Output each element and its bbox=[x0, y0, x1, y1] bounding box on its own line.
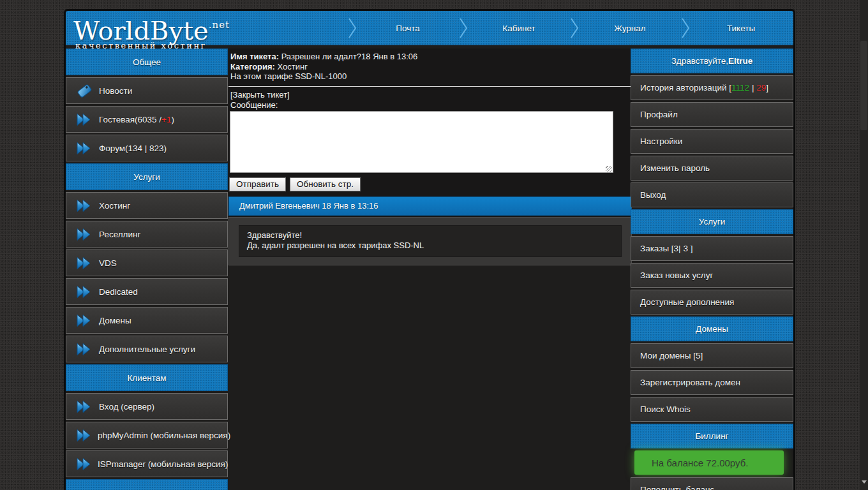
nav-tab-mail[interactable]: Почта bbox=[357, 11, 459, 45]
sidebar-item-my-domains[interactable]: Мои домены [5] bbox=[631, 343, 793, 368]
ticket-note: На этом тарифе SSD-NL-1000 bbox=[230, 71, 629, 82]
logo-suffix: .net bbox=[209, 19, 230, 31]
scrollbar[interactable] bbox=[860, 0, 868, 490]
sidebar-item-server-login[interactable]: Вход (сервер) bbox=[66, 393, 228, 420]
fast-forward-icon bbox=[76, 285, 95, 299]
label-segment: Eltrue bbox=[728, 56, 752, 66]
nav-tab-cabinet[interactable]: Кабинет bbox=[468, 11, 570, 45]
section-header-billing: Биллинг bbox=[631, 424, 793, 449]
sidebar-item-label: Dedicated bbox=[99, 287, 138, 297]
tag-icon bbox=[76, 82, 95, 99]
site-header: WorldByte.net качественный хостинг Почта… bbox=[66, 11, 793, 45]
balance-label: На балансе 72.00руб. bbox=[652, 457, 748, 468]
sidebar-item-label: Изменить пароль bbox=[640, 163, 710, 173]
chevron-right-icon bbox=[570, 11, 579, 45]
reply-panel: Здравствуйте!Да, адалт разрешен на всех … bbox=[228, 217, 632, 265]
sidebar-item-label: ISPmanager (мобильная версия) bbox=[98, 459, 228, 469]
fast-forward-icon bbox=[76, 313, 95, 328]
left-sidebar: ОбщееНовостиГостевая(6035 /+1)Форум(134 … bbox=[66, 48, 228, 490]
nav-tab-label: Журнал bbox=[614, 24, 645, 33]
sidebar-item-orders[interactable]: Заказы [3| 3 ] bbox=[631, 236, 793, 261]
ticket-category-value: Хостинг bbox=[275, 62, 308, 71]
label-segment: Заказы [3| 3 ] bbox=[640, 244, 692, 253]
nav-tab-label: Тикеты bbox=[727, 24, 755, 33]
sidebar-item-logout[interactable]: Выход bbox=[631, 182, 793, 207]
ticket-name-line: Имя тикета: Разрешен ли адалт?18 Янв в 1… bbox=[230, 52, 629, 62]
sidebar-item-whois-search[interactable]: Поиск Whois bbox=[631, 397, 793, 422]
fast-forward-icon bbox=[76, 256, 95, 271]
section-header-general: Общее bbox=[66, 48, 228, 75]
nav-tab-label: Почта bbox=[396, 24, 420, 33]
fast-forward-icon bbox=[76, 198, 95, 213]
sidebar-item-label: Хостинг bbox=[99, 201, 130, 211]
sidebar-item-label: Форум(134 | 823) bbox=[99, 144, 167, 153]
page-background: { "header": { "logo_text": "WorldByte", … bbox=[0, 0, 868, 490]
sidebar-item-forum[interactable]: Форум(134 | 823) bbox=[66, 135, 228, 161]
chevron-right-icon bbox=[459, 11, 468, 45]
label-segment: История авторизаций [ bbox=[640, 83, 731, 93]
section-header-label: Домены bbox=[696, 324, 728, 334]
fast-forward-icon bbox=[76, 112, 95, 127]
ticket-category-line: Категория: Хостинг bbox=[230, 62, 629, 72]
balance-badge: На балансе 72.00руб. bbox=[634, 450, 784, 475]
sidebar-item-domains[interactable]: Домены bbox=[66, 307, 228, 334]
label-segment: Хостинг bbox=[99, 201, 130, 211]
fast-forward-icon bbox=[76, 141, 95, 156]
sidebar-item-register-domain[interactable]: Зарегистрировать домен bbox=[631, 370, 793, 395]
ticket-name-value: Разрешен ли адалт?18 Янв в 13:06 bbox=[279, 52, 417, 61]
sidebar-item-label: Реселлинг bbox=[99, 230, 140, 239]
sidebar-item-extra-services[interactable]: Дополнительные услуги bbox=[66, 336, 228, 362]
sidebar-item-label: Настройки bbox=[640, 137, 682, 146]
section-header-domains: Домены bbox=[631, 316, 793, 341]
nav-tab-journal[interactable]: Журнал bbox=[579, 11, 681, 45]
nav-tab-tickets[interactable]: Тикеты bbox=[690, 11, 792, 45]
sidebar-item-addons[interactable]: Доступные дополнения bbox=[631, 290, 793, 315]
refresh-page-button[interactable]: Обновить стр. bbox=[290, 177, 361, 191]
sidebar-item-new-order[interactable]: Заказ новых услуг bbox=[631, 263, 793, 288]
label-segment: ] bbox=[766, 83, 768, 93]
section-header-label: Услуги bbox=[699, 217, 726, 226]
sidebar-item-change-password[interactable]: Изменить пароль bbox=[631, 156, 793, 181]
button-row: Отправить Обновить стр. bbox=[229, 177, 632, 191]
sidebar-item-hosting[interactable]: Хостинг bbox=[66, 192, 228, 219]
ticket-category-label: Категория: bbox=[230, 62, 275, 71]
sidebar-item-news[interactable]: Новости bbox=[66, 77, 228, 104]
reply-message-body: Здравствуйте!Да, адалт разрешен на всех … bbox=[239, 225, 622, 257]
section-header-label: Информация bbox=[121, 488, 174, 490]
nav-tab-label: Кабинет bbox=[502, 24, 535, 33]
sidebar-item-dedicated[interactable]: Dedicated bbox=[66, 278, 228, 305]
section-header-services: Услуги bbox=[66, 163, 228, 190]
label-segment: Дополнительные услуги bbox=[99, 345, 195, 354]
close-ticket-link[interactable]: [Закрыть тикет] bbox=[230, 90, 290, 100]
label-segment: Вход (сервер) bbox=[99, 402, 154, 412]
main-nav: ПочтаКабинетЖурналТикеты bbox=[348, 11, 792, 45]
label-segment: Доступные дополнения bbox=[640, 297, 734, 307]
section-header-label: Биллинг bbox=[695, 431, 728, 441]
sidebar-item-phpmyadmin[interactable]: phpMyAdmin (мобильная версия) bbox=[66, 422, 228, 449]
sidebar-item-reselling[interactable]: Реселлинг bbox=[66, 221, 228, 248]
section-header-greeting: Здравствуйте, Eltrue bbox=[631, 48, 793, 73]
scrollbar-down-button[interactable] bbox=[860, 480, 868, 488]
send-button[interactable]: Отправить bbox=[229, 177, 286, 191]
label-segment: ) bbox=[171, 115, 174, 124]
sidebar-item-guestbook[interactable]: Гостевая(6035 /+1) bbox=[66, 106, 228, 133]
sidebar-item-label: VDS bbox=[99, 258, 117, 268]
fast-forward-icon bbox=[76, 342, 95, 357]
fast-forward-icon bbox=[76, 457, 94, 471]
label-segment: 29 bbox=[756, 83, 766, 93]
sidebar-item-top-up-balance[interactable]: Пополнить баланс bbox=[631, 477, 793, 490]
label-segment: Мои домены [5] bbox=[640, 351, 703, 360]
message-textarea[interactable] bbox=[230, 111, 613, 173]
sidebar-item-settings[interactable]: Настройки bbox=[631, 129, 793, 154]
label-segment: Выход bbox=[640, 190, 666, 200]
sidebar-item-vds[interactable]: VDS bbox=[66, 249, 228, 276]
sidebar-item-profile[interactable]: Профайл bbox=[631, 102, 793, 127]
reply-author-bar: Дмитрий Евгеньевич 18 Янв в 13:16 bbox=[228, 197, 632, 216]
arrow-down-icon bbox=[862, 480, 867, 484]
scrollbar-thumb[interactable] bbox=[860, 41, 867, 130]
sidebar-item-auth-history[interactable]: История авторизаций [1112 | 29] bbox=[631, 75, 793, 100]
logo[interactable]: WorldByte.net качественный хостинг bbox=[73, 12, 230, 50]
label-segment: +1 bbox=[161, 115, 171, 124]
section-header-label: Клиентам bbox=[127, 373, 166, 383]
sidebar-item-ispmanager[interactable]: ISPmanager (мобильная версия) bbox=[66, 450, 228, 477]
